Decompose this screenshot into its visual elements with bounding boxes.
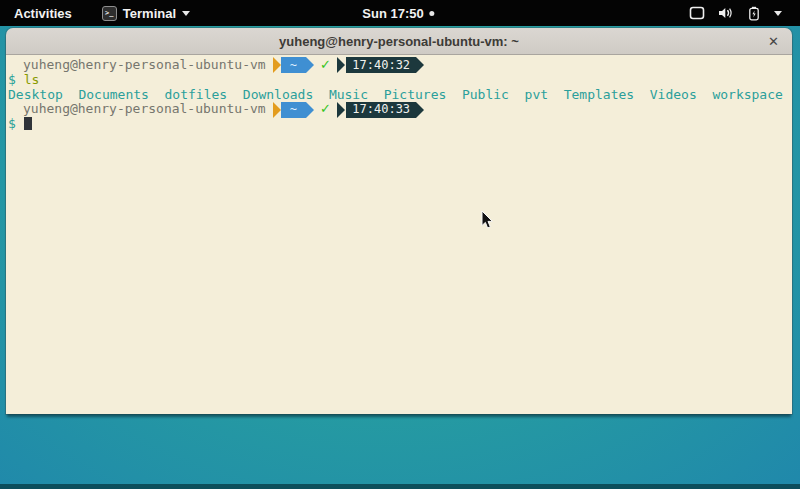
command-line: $ ls	[8, 73, 792, 88]
typed-command: ls	[24, 72, 40, 87]
powerline-arrow-icon	[273, 102, 281, 118]
desktop-wallpaper: yuheng@henry-personal-ubuntu-vm: ~ ✕ yuh…	[0, 26, 800, 489]
status-check-icon: ✓	[320, 58, 331, 73]
prompt-line: yuheng@henry-personal-ubuntu-vm ~ ✓ 17:4…	[8, 58, 792, 73]
wallpaper-bottom-edge	[0, 484, 800, 489]
prompt-time-segment: 17:40:33	[346, 102, 416, 118]
app-menu-label: Terminal	[123, 6, 176, 21]
shell-symbol: $	[8, 116, 16, 131]
status-check-icon: ✓	[320, 102, 331, 117]
activities-button[interactable]: Activities	[10, 6, 76, 21]
clock-label: Sun 17:50	[362, 6, 423, 21]
powerline-arrow-icon	[416, 57, 424, 73]
chevron-down-icon	[182, 11, 190, 16]
system-menu-caret-icon	[774, 11, 782, 16]
powerline-arrow-icon	[337, 102, 345, 118]
prompt-line: yuheng@henry-personal-ubuntu-vm ~ ✓ 17:4…	[8, 102, 792, 117]
battery-charging-icon	[747, 6, 761, 21]
window-title: yuheng@henry-personal-ubuntu-vm: ~	[279, 34, 519, 49]
text-cursor	[24, 117, 32, 130]
ls-output: Desktop Documents dotfiles Downloads Mus…	[8, 88, 792, 103]
close-icon[interactable]: ✕	[768, 35, 779, 48]
prompt-user-host: yuheng@henry-personal-ubuntu-vm	[23, 58, 266, 73]
input-line: $	[8, 117, 792, 132]
top-bar: Activities >_ Terminal Sun 17:50	[0, 0, 800, 26]
window-titlebar[interactable]: yuheng@henry-personal-ubuntu-vm: ~ ✕	[6, 28, 792, 55]
powerline-arrow-icon	[273, 57, 281, 73]
prompt-cwd-segment: ~	[281, 57, 306, 73]
prompt-time-segment: 17:40:32	[346, 57, 416, 73]
terminal-window: yuheng@henry-personal-ubuntu-vm: ~ ✕ yuh…	[6, 28, 792, 414]
volume-icon	[718, 6, 734, 20]
terminal-app-icon: >_	[102, 6, 117, 21]
prompt-user-host: yuheng@henry-personal-ubuntu-vm	[23, 102, 266, 117]
powerline-arrow-icon	[306, 102, 314, 118]
screen-icon	[689, 6, 705, 20]
powerline-arrow-icon	[337, 57, 345, 73]
shell-symbol: $	[8, 72, 16, 87]
clock-button[interactable]: Sun 17:50	[362, 0, 434, 26]
system-status-area[interactable]	[689, 0, 782, 26]
powerline-arrow-icon	[416, 102, 424, 118]
prompt-cwd-segment: ~	[281, 102, 306, 118]
notification-dot-icon	[430, 11, 435, 16]
app-menu-terminal[interactable]: >_ Terminal	[102, 6, 190, 21]
terminal-content[interactable]: yuheng@henry-personal-ubuntu-vm ~ ✓ 17:4…	[6, 55, 792, 414]
powerline-arrow-icon	[306, 57, 314, 73]
